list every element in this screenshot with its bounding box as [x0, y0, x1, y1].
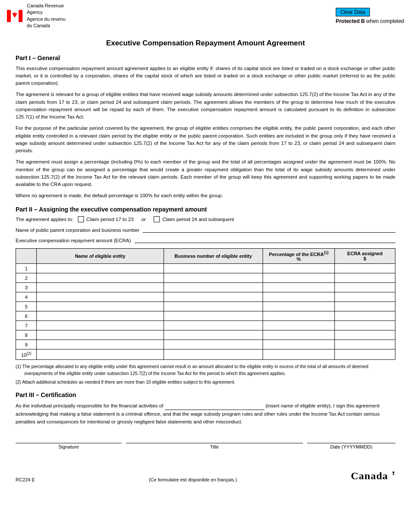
cert-text-before: As the individual principally responsibl… [16, 403, 165, 408]
title-line [126, 436, 303, 443]
row-num: 1 [16, 264, 37, 273]
row-entity-name[interactable] [37, 321, 164, 330]
row-ecra-assigned[interactable] [334, 330, 395, 340]
title-label: Title [126, 444, 303, 449]
header: Canada RevenueAgency Agence du revenudu … [0, 0, 411, 31]
row-entity-name[interactable] [37, 302, 164, 311]
row-num: 10(2) [16, 349, 37, 360]
row-percentage[interactable] [263, 292, 335, 302]
row-ecra-assigned[interactable] [334, 311, 395, 321]
table-row: 7 [16, 321, 395, 330]
part2-heading: Part II – Assigning the executive compen… [16, 206, 395, 213]
table-row: 8 [16, 330, 395, 340]
title-field-area: Title [126, 436, 303, 449]
row-business-number[interactable] [164, 349, 263, 360]
table-row: 9 [16, 340, 395, 349]
checkbox-period-24[interactable] [154, 216, 160, 222]
row-num: 4 [16, 292, 37, 302]
logo-area: Canada RevenueAgency Agence du revenudu … [7, 3, 65, 29]
row-entity-name[interactable] [37, 273, 164, 283]
row-business-number[interactable] [164, 302, 263, 311]
ecra-input[interactable] [135, 235, 395, 243]
row-ecra-assigned[interactable] [334, 302, 395, 311]
entity-name-input[interactable] [165, 404, 264, 410]
row-num: 5 [16, 302, 37, 311]
table-col-pct: Percentage of the ECRA(1) % [263, 248, 335, 264]
row-entity-name[interactable] [37, 283, 164, 292]
protected-text: Protected B when completed [336, 18, 404, 24]
row-percentage[interactable] [263, 283, 335, 292]
row-percentage[interactable] [263, 273, 335, 283]
date-line [307, 436, 395, 443]
row-entity-name[interactable] [37, 349, 164, 360]
row-num: 6 [16, 311, 37, 321]
row-business-number[interactable] [164, 273, 263, 283]
table-row: 10(2) [16, 349, 395, 360]
row-business-number[interactable] [164, 311, 263, 321]
agency-text: Canada RevenueAgency Agence du revenudu … [27, 3, 65, 29]
table-col-bn: Business number of eligible entity [164, 248, 263, 264]
row-ecra-assigned[interactable] [334, 264, 395, 273]
date-field-area: Date (YYYYMMDD) [307, 436, 395, 449]
row-entity-name[interactable] [37, 330, 164, 340]
row-entity-name[interactable] [37, 340, 164, 349]
row-percentage[interactable] [263, 340, 335, 349]
row-percentage[interactable] [263, 302, 335, 311]
canada-logo: Canada ❢ [351, 468, 395, 482]
row-business-number[interactable] [164, 292, 263, 302]
table-row: 3 [16, 283, 395, 292]
row-business-number[interactable] [164, 330, 263, 340]
row-ecra-assigned[interactable] [334, 349, 395, 360]
row-ecra-assigned[interactable] [334, 273, 395, 283]
signature-row: Signature Title Date (YYYYMMDD) [16, 436, 395, 449]
corp-name-label: Name of public parent corporation and bu… [16, 228, 139, 233]
header-right: Clear Data Protected B when completed [336, 8, 404, 24]
row-entity-name[interactable] [37, 311, 164, 321]
table-row: 5 [16, 302, 395, 311]
footer: RC224 E (Ce formulaire est disponible en… [0, 462, 411, 487]
canada-flag-icon [7, 8, 22, 24]
row-num: 7 [16, 321, 37, 330]
corp-name-input[interactable] [143, 225, 395, 233]
ecra-label: Executive compensation repayment amount … [16, 238, 131, 243]
row-percentage[interactable] [263, 349, 335, 360]
ecra-row: Executive compensation repayment amount … [16, 235, 395, 243]
row-business-number[interactable] [164, 264, 263, 273]
row-percentage[interactable] [263, 264, 335, 273]
row-entity-name[interactable] [37, 264, 164, 273]
agreement-applies-row: The agreement applies to: Claim period 1… [16, 216, 395, 222]
part1-para5: Where no agreement is made, the default … [16, 192, 395, 199]
footnotes: (1) The percentage allocated to any elig… [16, 363, 395, 385]
row-num: 2 [16, 273, 37, 283]
row-num: 8 [16, 330, 37, 340]
row-percentage[interactable] [263, 321, 335, 330]
clear-data-button[interactable]: Clear Data [336, 8, 370, 16]
row-ecra-assigned[interactable] [334, 292, 395, 302]
row-entity-name[interactable] [37, 292, 164, 302]
signature-line [16, 436, 122, 443]
row-ecra-assigned[interactable] [334, 340, 395, 349]
row-percentage[interactable] [263, 330, 335, 340]
part1-heading: Part I – General [16, 54, 395, 61]
footer-center-text: (Ce formulaire est disponible en françai… [35, 477, 351, 482]
row-ecra-assigned[interactable] [334, 283, 395, 292]
or-label: or [141, 217, 146, 222]
row-business-number[interactable] [164, 283, 263, 292]
table-col-name: Name of eligible entity [37, 248, 164, 264]
table-col-num [16, 248, 37, 264]
row-percentage[interactable] [263, 311, 335, 321]
form-title: Executive Compensation Repayment Amount … [16, 39, 395, 48]
form-number: RC224 E [16, 477, 35, 482]
table-row: 4 [16, 292, 395, 302]
entities-table: Name of eligible entity Business number … [16, 248, 395, 360]
footnote1: (1) The percentage allocated to any elig… [24, 363, 395, 377]
row-business-number[interactable] [164, 340, 263, 349]
footnote2: (2) Attach additional schedules as neede… [24, 379, 395, 386]
cert-text: As the individual principally responsibl… [16, 402, 395, 426]
table-col-ecra: ECRA assigned $ [334, 248, 395, 264]
part1-para1: This executive compensation repayment am… [16, 65, 395, 87]
signature-label: Signature [16, 444, 122, 449]
checkbox-period-17-23[interactable] [78, 216, 84, 222]
row-ecra-assigned[interactable] [334, 321, 395, 330]
row-business-number[interactable] [164, 321, 263, 330]
